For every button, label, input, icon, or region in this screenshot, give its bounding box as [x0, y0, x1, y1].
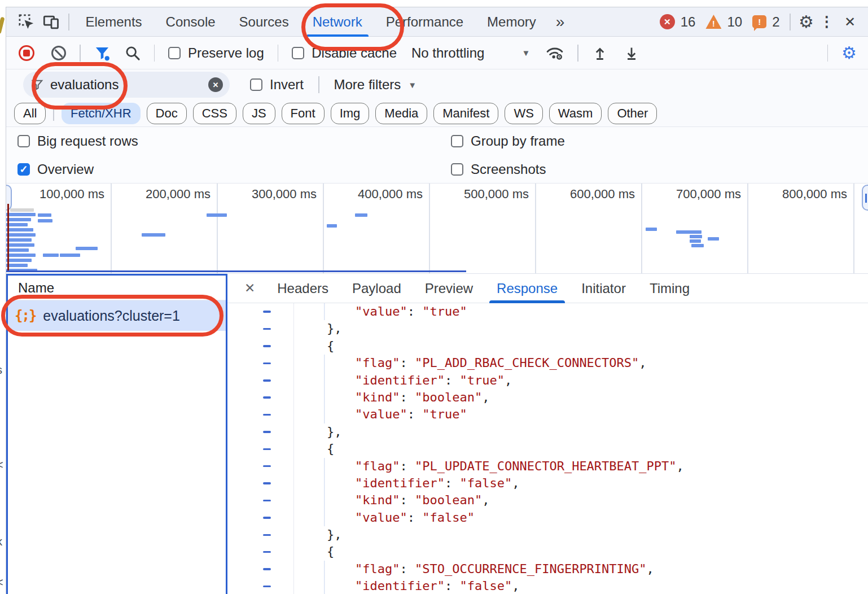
disable-cache-checkbox[interactable]: Disable cache: [292, 45, 397, 61]
separator: [154, 45, 155, 62]
chip-manifest[interactable]: Manifest: [433, 103, 498, 124]
filter-toggle-button[interactable]: [94, 45, 110, 61]
checkbox-unchecked[interactable]: [292, 47, 304, 59]
checkbox-unchecked[interactable]: [451, 135, 463, 147]
device-toolbar-button[interactable]: [39, 10, 64, 34]
tab-performance[interactable]: Performance: [374, 7, 475, 37]
chip-img[interactable]: Img: [331, 103, 370, 124]
record-network-log-button[interactable]: [19, 45, 34, 61]
line-marker-dash: [263, 311, 271, 313]
checkbox-unchecked[interactable]: [168, 47, 181, 59]
chip-media[interactable]: Media: [375, 103, 427, 124]
timeline-gridline: [429, 184, 430, 273]
detail-tab-initiator[interactable]: Initiator: [569, 274, 638, 303]
response-line: {: [227, 338, 868, 355]
settings-gear-icon[interactable]: ⚙: [799, 14, 814, 30]
response-line: },: [227, 526, 868, 543]
chip-fetch-xhr[interactable]: Fetch/XHR: [62, 103, 141, 124]
chip-doc[interactable]: Doc: [147, 103, 187, 124]
chip-all[interactable]: All: [14, 103, 46, 124]
response-code-text: "identifier": "true",: [294, 372, 868, 389]
response-code-text: {: [294, 338, 868, 355]
checkbox-unchecked[interactable]: [17, 135, 30, 147]
overview-request-bar: [688, 230, 702, 234]
inspect-element-button[interactable]: [14, 10, 39, 34]
kebab-menu-icon[interactable]: ⋮: [814, 13, 840, 30]
status-badges: ✕ 16 ! 10 ! 2: [660, 14, 784, 30]
more-filters-dropdown[interactable]: More filters ▼: [334, 77, 417, 93]
line-gutter: [227, 338, 294, 355]
chip-ws[interactable]: WS: [505, 103, 542, 124]
overview-request-bar: [6, 238, 32, 242]
timeline-gridline: [535, 184, 536, 273]
network-overview-timeline[interactable]: 100,000 ms200,000 ms300,000 ms400,000 ms…: [6, 184, 868, 274]
screenshots-checkbox[interactable]: Screenshots: [451, 161, 546, 177]
overview-request-bar: [708, 237, 719, 241]
invert-checkbox[interactable]: Invert: [250, 77, 304, 93]
timeline-tick-label: 800,000 ms: [782, 187, 847, 202]
response-code-text: "flag": "PL_UPDATE_CONNECTOR_HEARTBEAT_P…: [294, 458, 868, 475]
throttling-select[interactable]: No throttling ▼: [411, 45, 530, 61]
detail-tab-payload[interactable]: Payload: [340, 274, 413, 303]
search-icon: [125, 45, 141, 61]
group-by-frame-label: Group by frame: [471, 133, 565, 149]
close-detail-icon[interactable]: ✕: [242, 281, 265, 296]
close-devtools-icon[interactable]: ✕: [840, 14, 860, 30]
line-gutter: [227, 423, 294, 440]
overview-right-grip[interactable]: [862, 185, 868, 211]
group-by-frame-checkbox[interactable]: Group by frame: [451, 133, 565, 149]
tab-network[interactable]: Network: [301, 7, 374, 37]
screenshots-label: Screenshots: [471, 161, 546, 177]
page-edge-strip: s < k <: [0, 0, 6, 594]
export-har-button[interactable]: [624, 45, 639, 61]
detail-tab-preview[interactable]: Preview: [413, 274, 485, 303]
tab-elements[interactable]: Elements: [74, 7, 154, 37]
timeline-tick-label: 200,000 ms: [146, 187, 211, 202]
timeline-gridline: [853, 184, 854, 273]
overview-request-bar: [690, 239, 701, 243]
detail-tab-response[interactable]: Response: [485, 274, 569, 303]
checkbox-unchecked[interactable]: [451, 163, 463, 176]
chip-wasm[interactable]: Wasm: [549, 103, 602, 124]
more-tabs-button[interactable]: »: [548, 13, 573, 31]
network-settings-gear-icon[interactable]: ⚙: [841, 45, 857, 62]
tab-console[interactable]: Console: [154, 7, 227, 37]
warning-badge-icon[interactable]: !: [705, 15, 721, 29]
clear-filter-icon[interactable]: ✕: [208, 77, 223, 92]
line-gutter: [227, 440, 294, 457]
timeline-tick-label: 100,000 ms: [40, 187, 104, 202]
timeline-tick-label: 400,000 ms: [358, 187, 423, 202]
chip-other[interactable]: Other: [608, 103, 657, 124]
line-marker-dash: [263, 345, 271, 347]
filter-input[interactable]: [50, 77, 201, 93]
overview-request-bar: [6, 228, 33, 232]
line-marker-dash: [263, 551, 271, 553]
clear-network-log-button[interactable]: [51, 46, 66, 60]
overview-request-bar: [10, 208, 34, 212]
response-line: "flag": "PL_ADD_RBAC_CHECK_CONNECTORS",: [227, 355, 868, 372]
tab-sources[interactable]: Sources: [227, 7, 301, 37]
chip-font[interactable]: Font: [282, 103, 325, 124]
checkbox-checked[interactable]: ✓: [17, 163, 30, 176]
chip-css[interactable]: CSS: [193, 103, 236, 124]
filter-funnel-icon: [94, 45, 110, 61]
issues-badge-icon[interactable]: !: [752, 15, 766, 28]
tab-memory[interactable]: Memory: [475, 7, 548, 37]
detail-tab-timing[interactable]: Timing: [638, 274, 702, 303]
network-conditions-button[interactable]: [546, 45, 564, 61]
checkbox-unchecked[interactable]: [250, 78, 262, 91]
response-body-viewer[interactable]: "value": "true"},{"flag": "PL_ADD_RBAC_C…: [227, 303, 868, 594]
response-line: "kind": "boolean",: [227, 389, 868, 406]
request-row-selected[interactable]: {;} evaluations?cluster=1: [8, 300, 226, 331]
import-har-button[interactable]: [592, 45, 608, 61]
overview-checkbox[interactable]: ✓ Overview: [17, 161, 94, 177]
error-badge-icon[interactable]: ✕: [660, 14, 675, 29]
timeline-tick-label: 500,000 ms: [464, 187, 529, 202]
chip-js[interactable]: JS: [243, 103, 275, 124]
big-request-rows-checkbox[interactable]: Big request rows: [17, 133, 138, 149]
preserve-log-checkbox[interactable]: Preserve log: [168, 45, 264, 61]
checkmark-icon: ✓: [19, 164, 28, 174]
search-button[interactable]: [125, 45, 141, 61]
detail-tab-headers[interactable]: Headers: [265, 274, 340, 303]
name-column-header[interactable]: Name: [8, 276, 226, 300]
